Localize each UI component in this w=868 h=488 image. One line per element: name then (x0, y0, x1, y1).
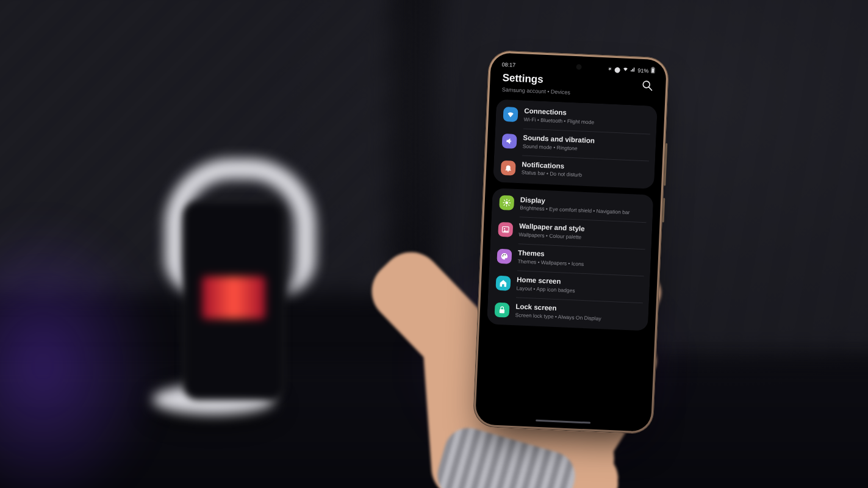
settings-list[interactable]: ConnectionsWi-Fi • Bluetooth • Flight mo… (483, 99, 658, 420)
notifications-icon (501, 160, 516, 175)
svg-line-10 (504, 200, 504, 201)
search-button[interactable] (641, 79, 654, 92)
home-icon (495, 276, 511, 291)
svg-rect-2 (651, 68, 654, 73)
svg-line-4 (648, 87, 651, 90)
background-second-phone (183, 201, 284, 400)
phone-frame: 08:17 ✶ ⬤ 91% (473, 50, 670, 434)
photo-scene: 08:17 ✶ ⬤ 91% (0, 0, 868, 488)
svg-line-13 (509, 201, 509, 201)
bluetooth-icon: ⬤ (614, 66, 620, 72)
wifi-icon (622, 66, 628, 73)
svg-point-5 (505, 201, 508, 204)
vibrate-icon: ✶ (608, 66, 612, 72)
gesture-bar[interactable] (536, 419, 590, 423)
settings-group: DisplayBrightness • Eye comfort shield •… (487, 188, 653, 331)
svg-line-11 (509, 205, 509, 206)
connections-icon (503, 107, 518, 122)
battery-icon (650, 66, 656, 74)
signal-icon (630, 66, 636, 73)
settings-group: ConnectionsWi-Fi • Bluetooth • Flight mo… (493, 99, 658, 188)
themes-icon (497, 249, 512, 264)
phone-screen[interactable]: 08:17 ✶ ⬤ 91% (478, 55, 664, 429)
display-icon (499, 195, 514, 210)
svg-line-12 (504, 205, 504, 206)
wallpaper-icon (498, 222, 513, 237)
sounds-icon (502, 134, 517, 149)
battery-text: 91% (637, 67, 648, 74)
lock-icon (495, 302, 510, 317)
svg-point-15 (504, 228, 505, 229)
svg-rect-1 (653, 67, 654, 68)
status-time: 08:17 (501, 61, 515, 68)
page-title: Settings (502, 72, 543, 86)
svg-rect-19 (500, 309, 504, 314)
